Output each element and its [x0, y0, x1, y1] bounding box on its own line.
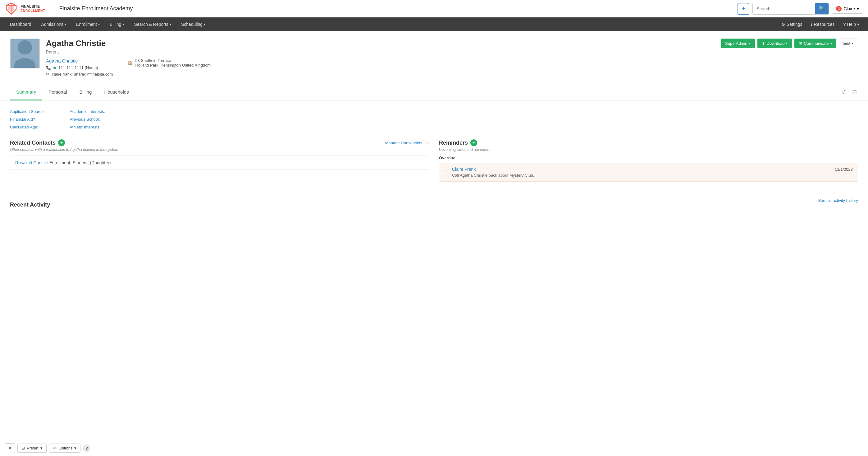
enrollment-chevron-icon: ▾ — [98, 23, 100, 26]
profile-role: Parent — [46, 50, 715, 54]
help-chevron-icon: ▾ — [857, 22, 859, 27]
see-full-activity-link[interactable]: See full activity history — [818, 198, 858, 203]
content-area: Application Source: Financial Aid? Calcu… — [0, 101, 868, 218]
billing-chevron-icon: ▾ — [122, 23, 124, 26]
communicate-chevron-icon: ▾ — [830, 42, 832, 45]
academic-interests-label[interactable]: Academic Interests: — [70, 109, 105, 114]
application-source-label[interactable]: Application Source: — [10, 109, 45, 114]
profile-contact-info: Agatha Christie 📞 111-111-1111 (Home) ✉ … — [46, 58, 715, 77]
add-button[interactable]: + — [738, 3, 749, 15]
avatar-silhouette — [10, 38, 39, 68]
resources-nav-item[interactable]: ℹ Resources — [807, 18, 838, 31]
main-nav-left: Dashboard Admissions ▾ Enrollment ▾ Bill… — [5, 18, 210, 31]
options-gear-icon: ⚙ — [53, 446, 57, 450]
reminders-subtitle: Upcoming tasks and reminders — [439, 147, 858, 152]
help-nav-item[interactable]: ? Help ▾ — [839, 18, 863, 31]
add-reminder-button[interactable]: + — [470, 139, 477, 146]
nav-item-admissions[interactable]: Admissions ▾ — [36, 18, 71, 31]
super-admin-chevron-icon: ▾ — [749, 42, 750, 45]
user-chevron-icon: ▾ — [857, 6, 859, 11]
options-button[interactable]: ⚙ Options ▾ — [49, 444, 81, 453]
related-contacts-section: Related Contacts + Manage Households ☞ O… — [10, 139, 429, 182]
financial-aid-label[interactable]: Financial Aid? — [10, 117, 45, 122]
contact-phone: 111-111-1111 (Home) — [58, 65, 98, 70]
related-contacts-title: Related Contacts — [10, 140, 56, 146]
logo-text: FINALSITE ENROLLMENT — [21, 5, 45, 12]
divider — [52, 4, 52, 14]
nav-item-billing[interactable]: Billing ▾ — [105, 18, 129, 31]
cursor-icon: ☞ — [425, 140, 429, 146]
reminder-check-icon[interactable]: ✓ — [444, 167, 448, 173]
info-fields: Application Source: Financial Aid? Calcu… — [10, 109, 858, 130]
app-title: Finalsite Enrollment Academy — [59, 5, 133, 12]
athletic-interests-label[interactable]: Athletic Interests: — [70, 125, 105, 130]
phone-active-dot — [54, 66, 56, 69]
info-col-right: Academic Interests: Previous School: Ath… — [70, 109, 105, 130]
help-icon: ? — [843, 22, 846, 27]
reminders-title: Reminders — [439, 140, 468, 146]
reminder-assignee-link[interactable]: Claire Frank — [452, 167, 476, 172]
manage-households-link[interactable]: Manage Households — [385, 141, 422, 145]
download-icon: ⬇ — [762, 41, 765, 46]
settings-nav-item[interactable]: ⚙ Settings — [778, 18, 806, 31]
email-icon: ✉ — [46, 72, 50, 77]
display-icon[interactable]: ⊡ — [851, 87, 858, 97]
reminder-date: 11/1/2023 — [835, 167, 853, 172]
download-button[interactable]: ⬇ Download ▾ — [757, 38, 792, 48]
edit-button[interactable]: Edit ▾ — [839, 38, 858, 48]
search-submit-button[interactable]: 🔍 — [815, 3, 829, 14]
notification-badge: 3 — [836, 6, 842, 11]
options-chevron-icon: ▾ — [74, 446, 76, 450]
bottom-bar: ✕ ⊞ Preset ▾ ⚙ Options ▾ 2 — [0, 440, 868, 456]
search-bar: 🔍 — [752, 3, 829, 15]
address-icon: 🏠 — [128, 61, 133, 65]
reminders-header: Reminders + — [439, 139, 858, 146]
tab-summary[interactable]: Summary — [10, 84, 42, 101]
main-nav-right: ⚙ Settings ℹ Resources ? Help ▾ — [778, 18, 863, 31]
nav-item-scheduling[interactable]: Scheduling ▾ — [176, 18, 210, 31]
page-content: Agatha Christie Parent Agatha Christie 📞… — [0, 31, 868, 456]
reminder-text: Call Agatha Christie back about Mystery … — [452, 173, 853, 178]
main-nav: Dashboard Admissions ▾ Enrollment ▾ Bill… — [0, 18, 868, 31]
reminder-item: ✓ Claire Frank 11/1/2023 Call Agatha Chr… — [439, 163, 858, 182]
phone-icon: 📞 — [46, 65, 51, 70]
user-menu-button[interactable]: 3 Claire ▾ — [832, 4, 863, 14]
section-row: Related Contacts + Manage Households ☞ O… — [10, 139, 858, 182]
preset-button[interactable]: ⊞ Preset ▾ — [18, 444, 46, 453]
bottom-close-button[interactable]: ✕ — [5, 443, 15, 453]
search-input[interactable] — [753, 3, 815, 14]
rosalind-christie-link[interactable]: Rosalind Christie — [15, 160, 48, 165]
search-reports-chevron-icon: ▾ — [169, 23, 171, 26]
user-name-label: Claire — [843, 6, 855, 11]
contact-email: claire.frank+shared@finalsite.com — [52, 72, 113, 77]
contact-name-link[interactable]: Agatha Christie — [46, 58, 113, 63]
tab-households[interactable]: Households — [98, 84, 135, 101]
tabs-right-icons: ↺ ⊡ — [840, 87, 858, 97]
previous-school-label[interactable]: Previous School: — [70, 117, 105, 122]
related-contacts-subtitle: Other contacts with a relationship to Ag… — [10, 147, 429, 152]
list-item: Rosalind Christie Enrollment, Student, (… — [10, 155, 429, 170]
communicate-button[interactable]: ✉ Communicate ▾ — [794, 38, 836, 48]
top-bar: FINALSITE ENROLLMENT Finalsite Enrollmen… — [0, 0, 868, 18]
nav-item-search-reports[interactable]: Search & Reports ▾ — [129, 18, 176, 31]
tabs-bar: Summary Personal Billing Households ↺ ⊡ — [0, 84, 868, 101]
history-icon[interactable]: ↺ — [840, 87, 847, 97]
preset-chevron-icon: ▾ — [40, 446, 42, 450]
notification-wrap: 3 Claire ▾ — [832, 4, 863, 14]
tab-billing[interactable]: Billing — [73, 84, 98, 101]
nav-item-dashboard[interactable]: Dashboard — [5, 18, 36, 31]
reminder-row-top: Claire Frank 11/1/2023 — [452, 167, 853, 172]
admissions-chevron-icon: ▾ — [65, 23, 66, 26]
calculated-age-label[interactable]: Calculated Age: — [10, 125, 45, 130]
profile-name: Agatha Christie — [46, 38, 715, 48]
preset-grid-icon: ⊞ — [22, 446, 25, 450]
close-icon: ✕ — [8, 445, 12, 451]
contact-phone-row: 📞 111-111-1111 (Home) — [46, 65, 113, 70]
add-related-contact-button[interactable]: + — [58, 139, 65, 146]
tab-personal[interactable]: Personal — [42, 84, 73, 101]
rosalind-description: Enrollment, Student, (Daughter) — [50, 160, 111, 165]
contact-email-row: ✉ claire.frank+shared@finalsite.com — [46, 72, 113, 77]
nav-item-enrollment[interactable]: Enrollment ▾ — [71, 18, 105, 31]
super-admin-button[interactable]: SuperAdmin ▾ — [721, 38, 755, 48]
profile-actions: SuperAdmin ▾ ⬇ Download ▾ ✉ Communicate … — [721, 38, 858, 48]
